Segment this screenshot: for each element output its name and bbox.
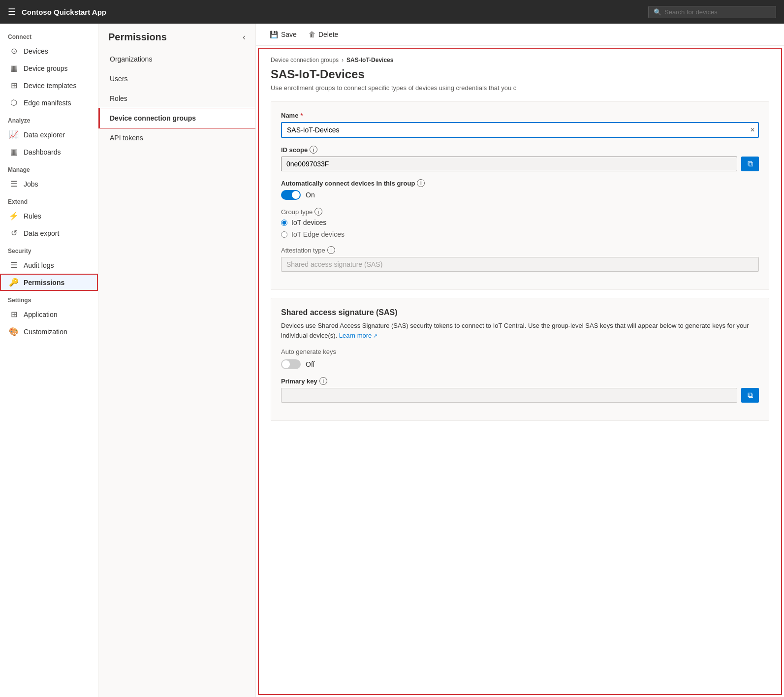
primary-key-info-icon[interactable]: i: [319, 377, 327, 385]
radio-iot-edge[interactable]: IoT Edge devices: [281, 230, 759, 238]
sidebar-item-edge-manifests[interactable]: ⬡ Edge manifests: [0, 94, 98, 111]
hamburger-icon[interactable]: ☰: [8, 6, 16, 17]
auto-generate-toggle-row: Off: [281, 359, 759, 369]
radio-iot-devices-label: IoT devices: [291, 219, 326, 226]
attestation-type-field-group: Attestation type i: [281, 246, 759, 272]
breadcrumb-parent[interactable]: Device connection groups: [271, 57, 339, 63]
analyze-section-label: Analyze: [0, 111, 98, 126]
sidebar-item-audit-logs[interactable]: ☰ Audit logs: [0, 256, 98, 274]
save-button[interactable]: 💾 Save: [264, 28, 303, 41]
auto-connect-info-icon[interactable]: i: [417, 179, 425, 187]
sidebar-item-rules[interactable]: ⚡ Rules: [0, 207, 98, 224]
sidebar-item-data-export-label: Data export: [24, 229, 59, 237]
group-type-radio-group: IoT devices IoT Edge devices: [281, 219, 759, 238]
search-bar[interactable]: 🔍: [648, 6, 776, 18]
sidebar-item-data-explorer[interactable]: 📈 Data explorer: [0, 126, 98, 143]
save-button-label: Save: [281, 31, 297, 38]
primary-key-label-text: Primary key: [281, 378, 317, 385]
topbar: ☰ Contoso Quickstart App 🔍: [0, 0, 784, 24]
page-description: Use enrollment groups to connect specifi…: [271, 84, 769, 92]
id-scope-input-row: ⧉: [281, 157, 759, 171]
auto-connect-toggle-row: On: [281, 190, 759, 200]
nav-item-roles[interactable]: Roles: [98, 89, 255, 108]
content-toolbar: 💾 Save 🗑 Delete: [256, 24, 784, 46]
auto-connect-label: Automatically connect devices in this gr…: [281, 179, 759, 187]
radio-iot-edge-input[interactable]: [281, 231, 287, 238]
group-type-label: Group type i: [281, 208, 759, 216]
group-type-field-group: Group type i IoT devices IoT Edge device…: [281, 208, 759, 238]
auto-connect-toggle-label: On: [306, 191, 315, 199]
delete-icon: 🗑: [309, 31, 315, 38]
data-explorer-icon: 📈: [9, 130, 19, 139]
device-templates-icon: ⊞: [9, 81, 19, 90]
sidebar-item-devices[interactable]: ⊙ Devices: [0, 42, 98, 60]
primary-key-input-row: ⧉: [281, 388, 759, 403]
id-scope-copy-button[interactable]: ⧉: [741, 157, 759, 171]
sidebar-item-device-templates[interactable]: ⊞ Device templates: [0, 77, 98, 94]
name-input-wrapper: ✕: [281, 122, 759, 138]
id-scope-label-text: ID scope: [281, 146, 308, 154]
sidebar-item-permissions[interactable]: 🔑 Permissions: [0, 274, 98, 291]
id-scope-field-label: ID scope i: [281, 146, 759, 154]
main-content: Device connection groups › SAS-IoT-Devic…: [258, 48, 782, 695]
app-title: Contoso Quickstart App: [22, 8, 106, 16]
sidebar-item-device-groups[interactable]: ▦ Device groups: [0, 60, 98, 77]
sas-description: Devices use Shared Access Signature (SAS…: [281, 321, 759, 340]
required-star: *: [300, 112, 303, 119]
sidebar-item-customization[interactable]: 🎨 Customization: [0, 323, 98, 340]
connect-section-label: Connect: [0, 28, 98, 42]
radio-iot-edge-label: IoT Edge devices: [291, 230, 345, 238]
sidebar-item-application[interactable]: ⊞ Application: [0, 306, 98, 323]
group-type-info-icon[interactable]: i: [314, 208, 322, 216]
content-area: 💾 Save 🗑 Delete Device connection groups…: [256, 24, 784, 697]
sidebar-item-data-export[interactable]: ↺ Data export: [0, 224, 98, 242]
nav-item-device-connection-groups[interactable]: Device connection groups: [98, 108, 255, 128]
attestation-type-label-text: Attestation type: [281, 247, 325, 254]
name-clear-button[interactable]: ✕: [750, 127, 755, 133]
collapse-panel-button[interactable]: ‹: [243, 32, 246, 42]
breadcrumb-current: SAS-IoT-Devices: [346, 57, 393, 63]
auto-connect-field-group: Automatically connect devices in this gr…: [281, 179, 759, 200]
permissions-panel-title: Permissions: [108, 32, 167, 43]
nav-item-organizations[interactable]: Organizations: [98, 49, 255, 69]
delete-button[interactable]: 🗑 Delete: [303, 28, 344, 41]
id-scope-input[interactable]: [281, 157, 737, 171]
search-input[interactable]: [664, 8, 771, 16]
users-label: Users: [110, 75, 128, 83]
devices-icon: ⊙: [9, 46, 19, 56]
customization-icon: 🎨: [9, 327, 19, 336]
sidebar-item-audit-logs-label: Audit logs: [24, 261, 54, 269]
primary-key-copy-button[interactable]: ⧉: [741, 388, 759, 403]
auto-generate-toggle[interactable]: [281, 359, 301, 369]
sidebar-item-jobs[interactable]: ☰ Jobs: [0, 175, 98, 192]
learn-more-link[interactable]: Learn more: [339, 332, 378, 339]
nav-item-api-tokens[interactable]: API tokens: [98, 128, 255, 148]
attestation-type-input: [281, 257, 759, 272]
nav-item-users[interactable]: Users: [98, 69, 255, 89]
attestation-type-label: Attestation type i: [281, 246, 759, 254]
manage-section-label: Manage: [0, 160, 98, 175]
sidebar-item-customization-label: Customization: [24, 328, 67, 336]
main-layout: Connect ⊙ Devices ▦ Device groups ⊞ Devi…: [0, 24, 784, 697]
page-title: SAS-IoT-Devices: [271, 67, 769, 81]
sidebar-item-dashboards[interactable]: ▦ Dashboards: [0, 143, 98, 160]
dashboards-icon: ▦: [9, 147, 19, 157]
data-export-icon: ↺: [9, 228, 19, 238]
primary-key-input[interactable]: [281, 388, 737, 403]
id-scope-info-icon[interactable]: i: [310, 146, 317, 154]
radio-iot-devices[interactable]: IoT devices: [281, 219, 759, 226]
sidebar-item-devices-label: Devices: [24, 47, 48, 55]
name-label-text: Name: [281, 112, 298, 119]
group-type-label-text: Group type: [281, 208, 313, 216]
device-connection-groups-label: Device connection groups: [110, 114, 196, 122]
auto-connect-toggle[interactable]: [281, 190, 301, 200]
name-input[interactable]: [281, 122, 759, 138]
radio-iot-devices-input[interactable]: [281, 220, 287, 226]
sidebar-item-device-groups-label: Device groups: [24, 64, 68, 72]
attestation-type-info-icon[interactable]: i: [327, 246, 335, 254]
sidebar-item-application-label: Application: [24, 311, 58, 318]
sidebar-item-dashboards-label: Dashboards: [24, 148, 61, 156]
save-icon: 💾: [270, 31, 278, 38]
sidebar-item-device-templates-label: Device templates: [24, 82, 76, 90]
rules-icon: ⚡: [9, 211, 19, 221]
